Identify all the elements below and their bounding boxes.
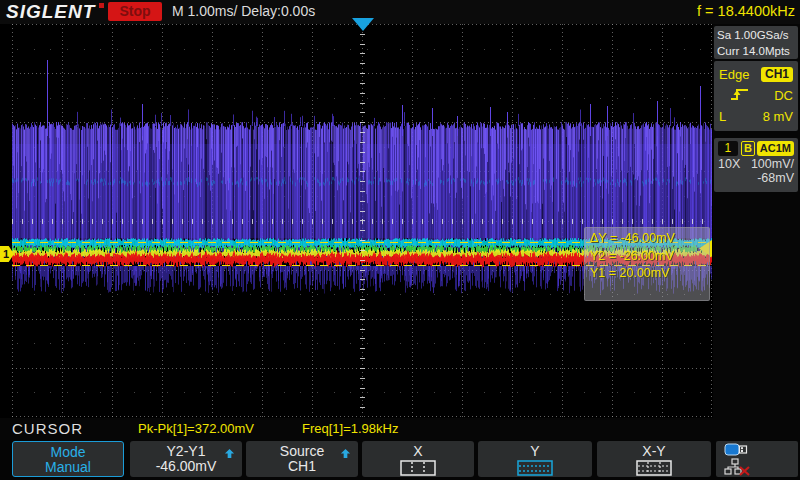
trigger-source-badge[interactable]: CH1: [761, 67, 793, 82]
menu-mode-button[interactable]: Mode Manual: [12, 441, 124, 477]
trigger-coupling-label: DC: [774, 88, 793, 103]
trigger-level-label: L: [719, 109, 726, 124]
frequency-counter: f = 18.4400kHz: [697, 3, 795, 19]
x-label: X: [362, 443, 474, 459]
channel-offset: -68mV: [718, 171, 794, 185]
timebase-readout: M 1.00ms/ Delay:0.00s: [172, 3, 315, 19]
memory-depth-readout: Curr 14.0Mpts: [717, 43, 798, 59]
oscilloscope-screen: SIGLENT Stop M 1.00ms/ Delay:0.00s f = 1…: [0, 0, 800, 480]
measurement-row: CURSOR Pk-Pk[1]=372.00mV Freq[1]=1.98kHz: [0, 418, 800, 440]
acquisition-info-box: Sa 1.00GSa/s Curr 14.0Mpts: [714, 26, 798, 59]
freq-measurement: Freq[1]=1.98kHz: [302, 421, 398, 436]
channel-number-badge[interactable]: 1: [718, 141, 738, 156]
pkpk-measurement: Pk-Pk[1]=372.00mV: [138, 421, 254, 436]
cursor-delta-y: ΔY = -46.00mV: [590, 230, 704, 248]
status-icons-box: [716, 441, 798, 477]
trigger-info-box[interactable]: Edge CH1 DC L 8 mV: [714, 61, 798, 131]
brand-logo: SIGLENT: [6, 1, 95, 23]
mode-label: Mode: [13, 444, 123, 460]
lan-disconnected-icon: [724, 458, 752, 476]
menu-y-cursor-button[interactable]: Y: [478, 441, 592, 477]
softkey-menu: Mode Manual Y2-Y1 -46.00mV Source CH1 X: [0, 440, 800, 480]
menu-y2y1-button[interactable]: Y2-Y1 -46.00mV: [130, 441, 242, 477]
cursor-y2: Y2 = -26.00mV: [590, 248, 704, 266]
brand-trademark-icon: [99, 3, 104, 8]
menu-x-cursor-button[interactable]: X: [362, 441, 474, 477]
y-cursor-icon: [517, 460, 553, 476]
cursor-readout-box: ΔY = -46.00mV Y2 = -26.00mV Y1 = 20.00mV: [584, 227, 710, 301]
waveform-display: 1 ΔY = -46.00mV Y2 = -26.00mV Y1 = 20.00…: [0, 24, 713, 418]
trigger-slope-icon: [729, 87, 749, 105]
up-arrow-icon: [224, 446, 235, 462]
x-cursor-icon: [400, 460, 436, 476]
probe-ratio: 10X: [718, 157, 740, 171]
up-arrow-icon: [340, 446, 351, 462]
usb-icon: [724, 442, 750, 457]
volts-per-div: 100mV/: [751, 157, 794, 171]
mode-value: Manual: [13, 460, 123, 475]
waveform-canvas: [12, 24, 712, 417]
top-status-bar: SIGLENT Stop M 1.00ms/ Delay:0.00s f = 1…: [0, 0, 800, 24]
cursor-menu-title: CURSOR: [12, 420, 83, 437]
menu-source-button[interactable]: Source CH1: [246, 441, 358, 477]
xy-cursor-icon: [636, 460, 672, 476]
xy-label: X-Y: [597, 443, 711, 459]
channel-coupling-badge: AC1M: [757, 141, 794, 156]
cursor-y1: Y1 = 20.00mV: [590, 265, 704, 283]
run-state-badge[interactable]: Stop: [108, 2, 162, 21]
y-label: Y: [478, 443, 592, 459]
menu-xy-cursor-button[interactable]: X-Y: [597, 441, 711, 477]
sample-rate-readout: Sa 1.00GSa/s: [717, 27, 798, 43]
trigger-level-value: 8 mV: [763, 109, 793, 124]
bandwidth-limit-badge: B: [741, 141, 755, 156]
channel-info-box[interactable]: 1 B AC1M 10X 100mV/ -68mV: [714, 138, 798, 192]
trigger-type-label: Edge: [719, 67, 749, 82]
